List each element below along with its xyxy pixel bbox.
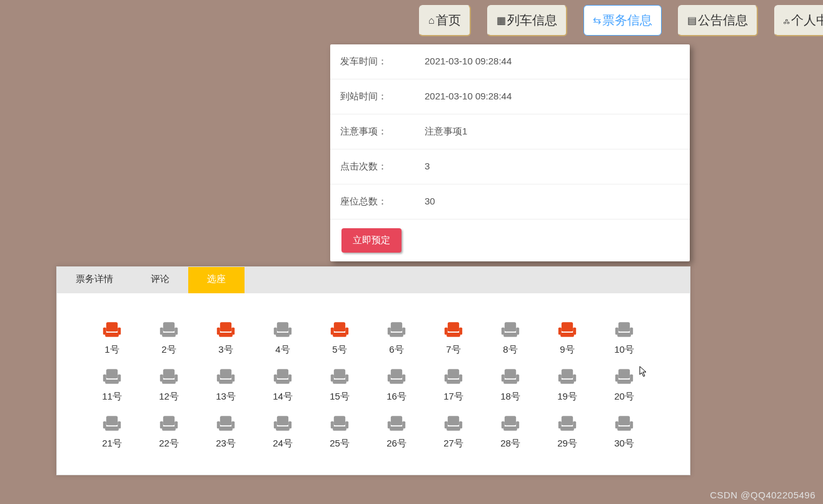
seat-item[interactable]: 18号	[496, 367, 525, 403]
tab-details[interactable]: 票务详情	[57, 267, 132, 293]
nav-announcements[interactable]: ▤公告信息	[678, 5, 758, 36]
svg-rect-11	[219, 333, 233, 337]
seat-label: 3号	[211, 344, 240, 356]
grid-icon: ▦	[497, 14, 506, 26]
seat-item[interactable]: 5号	[325, 320, 354, 356]
seat-icon	[443, 414, 464, 433]
seat-item[interactable]: 30号	[610, 414, 639, 450]
seat-item[interactable]: 29号	[553, 414, 582, 450]
seat-item[interactable]: 14号	[268, 367, 297, 403]
nav-user-center[interactable]: ஃ个人中心	[774, 5, 823, 36]
seat-item[interactable]: 22号	[154, 414, 183, 450]
svg-rect-8	[220, 322, 231, 331]
seat-item[interactable]: 8号	[496, 320, 525, 356]
seat-label: 7号	[439, 344, 468, 356]
seat-item[interactable]: 26号	[382, 414, 411, 450]
svg-rect-31	[503, 333, 517, 337]
svg-rect-32	[562, 322, 573, 331]
seat-label: 2号	[154, 344, 183, 356]
seat-item[interactable]: 23号	[211, 414, 240, 450]
seat-item[interactable]: 12号	[154, 367, 183, 403]
seat-item[interactable]: 9号	[553, 320, 582, 356]
seat-item[interactable]: 13号	[211, 367, 240, 403]
seat-item[interactable]: 20号	[610, 367, 639, 403]
seat-item[interactable]: 2号	[154, 320, 183, 356]
seat-item[interactable]: 24号	[268, 414, 297, 450]
seat-label: 28号	[496, 438, 525, 450]
nav-label: 票务信息	[602, 12, 652, 29]
svg-rect-35	[560, 333, 574, 337]
seat-item[interactable]: 1号	[98, 320, 126, 356]
seat-item[interactable]: 6号	[382, 320, 411, 356]
seat-icon	[443, 320, 464, 339]
seats-grid: 1号2号3号4号5号6号7号8号9号10号11号12号13号14号15号16号1…	[57, 293, 690, 475]
book-now-button[interactable]: 立即预定	[341, 228, 401, 253]
seat-item[interactable]: 21号	[98, 414, 126, 450]
tab-comments[interactable]: 评论	[132, 267, 188, 293]
seat-icon	[613, 320, 635, 339]
arrival-label: 到站时间：	[340, 91, 425, 103]
svg-rect-87	[162, 426, 176, 431]
nav-train-info[interactable]: ▦列车信息	[487, 5, 567, 36]
svg-rect-116	[619, 416, 630, 425]
svg-rect-99	[333, 426, 346, 431]
svg-rect-100	[391, 416, 402, 425]
seat-icon	[101, 320, 123, 339]
svg-rect-96	[334, 416, 345, 425]
seat-item[interactable]: 11号	[98, 367, 126, 403]
seat-icon	[215, 414, 236, 433]
seat-icon	[329, 367, 350, 386]
svg-rect-63	[390, 380, 403, 384]
seat-item[interactable]: 15号	[325, 367, 354, 403]
departure-label: 发车时间：	[340, 56, 425, 68]
svg-rect-3	[105, 333, 119, 337]
seat-item[interactable]: 27号	[439, 414, 468, 450]
seat-label: 14号	[268, 391, 297, 403]
seat-label: 1号	[98, 344, 126, 356]
seat-label: 8号	[496, 344, 525, 356]
svg-rect-71	[503, 380, 517, 384]
top-nav: ⌂首页 ▦列车信息 ⇆票务信息 ▤公告信息 ஃ个人中心 ⛓后	[0, 0, 823, 51]
seat-item[interactable]: 25号	[325, 414, 354, 450]
svg-rect-59	[333, 380, 346, 384]
seat-label: 29号	[553, 438, 582, 450]
svg-rect-88	[220, 416, 231, 425]
seat-label: 10号	[610, 344, 639, 356]
svg-rect-19	[333, 333, 346, 337]
seat-icon	[215, 320, 236, 339]
seat-item[interactable]: 28号	[496, 414, 525, 450]
seat-label: 25号	[325, 438, 354, 450]
seat-icon	[500, 367, 521, 386]
seat-icon	[158, 320, 179, 339]
svg-rect-76	[619, 369, 630, 378]
svg-rect-83	[105, 426, 119, 431]
seat-item[interactable]: 3号	[211, 320, 240, 356]
seats-total-label: 座位总数：	[340, 196, 425, 208]
seat-icon	[329, 414, 350, 433]
svg-rect-111	[503, 426, 517, 431]
svg-rect-103	[390, 426, 403, 431]
clicks-row: 点击次数： 3	[330, 149, 690, 184]
seat-item[interactable]: 10号	[610, 320, 639, 356]
seat-icon	[158, 414, 179, 433]
tab-seats[interactable]: 选座	[188, 267, 245, 293]
nav-ticket-info[interactable]: ⇆票务信息	[583, 5, 662, 36]
seat-item[interactable]: 7号	[439, 320, 468, 356]
svg-rect-64	[448, 369, 459, 378]
seat-item[interactable]: 19号	[553, 367, 582, 403]
user-icon: ஃ	[784, 15, 790, 26]
svg-rect-39	[617, 333, 631, 337]
seat-label: 18号	[496, 391, 525, 403]
seats-total-value: 30	[425, 196, 680, 208]
seat-item[interactable]: 17号	[439, 367, 468, 403]
svg-rect-28	[505, 322, 516, 331]
svg-rect-47	[162, 380, 176, 384]
seat-icon	[329, 320, 350, 339]
nav-home[interactable]: ⌂首页	[419, 5, 471, 36]
seat-icon	[557, 414, 578, 433]
seat-item[interactable]: 16号	[382, 367, 411, 403]
seat-icon	[500, 320, 521, 339]
seat-icon	[272, 414, 293, 433]
seat-item[interactable]: 4号	[268, 320, 297, 356]
svg-rect-115	[560, 426, 574, 431]
